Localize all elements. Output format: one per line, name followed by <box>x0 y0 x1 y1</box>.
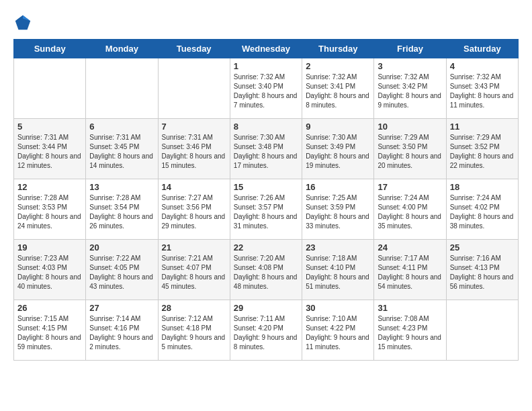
day-number: 2 <box>306 61 370 71</box>
calendar-cell: 7Sunrise: 7:31 AM Sunset: 3:46 PM Daylig… <box>158 119 230 179</box>
day-number: 10 <box>378 122 442 132</box>
day-info: Sunrise: 7:26 AM Sunset: 3:57 PM Dayligh… <box>234 193 298 231</box>
day-number: 3 <box>378 61 442 71</box>
day-header-thursday: Thursday <box>302 40 374 58</box>
day-number: 16 <box>306 182 370 192</box>
day-info: Sunrise: 7:20 AM Sunset: 4:08 PM Dayligh… <box>234 254 298 291</box>
calendar-cell: 26Sunrise: 7:15 AM Sunset: 4:15 PM Dayli… <box>14 300 86 361</box>
day-info: Sunrise: 7:29 AM Sunset: 3:52 PM Dayligh… <box>450 133 515 171</box>
day-info: Sunrise: 7:31 AM Sunset: 3:45 PM Dayligh… <box>89 133 154 171</box>
day-number: 20 <box>89 242 154 253</box>
day-number: 18 <box>450 182 515 192</box>
day-number: 25 <box>450 242 515 253</box>
calendar-cell: 4Sunrise: 7:32 AM Sunset: 3:43 PM Daylig… <box>446 58 518 119</box>
day-info: Sunrise: 7:18 AM Sunset: 4:10 PM Dayligh… <box>306 254 370 291</box>
calendar-cell <box>446 300 518 361</box>
day-number: 9 <box>306 122 370 132</box>
day-info: Sunrise: 7:23 AM Sunset: 4:03 PM Dayligh… <box>17 254 82 291</box>
day-info: Sunrise: 7:17 AM Sunset: 4:11 PM Dayligh… <box>378 254 442 291</box>
logo-icon <box>13 13 32 32</box>
day-info: Sunrise: 7:25 AM Sunset: 3:59 PM Dayligh… <box>306 193 370 231</box>
day-number: 17 <box>378 182 442 192</box>
day-number: 8 <box>234 122 298 132</box>
day-number: 6 <box>89 122 154 132</box>
calendar-cell: 22Sunrise: 7:20 AM Sunset: 4:08 PM Dayli… <box>230 240 302 300</box>
day-number: 13 <box>89 182 154 192</box>
page-header <box>13 13 519 32</box>
day-header-monday: Monday <box>86 40 158 58</box>
day-number: 29 <box>234 303 298 313</box>
week-row-3: 12Sunrise: 7:28 AM Sunset: 3:53 PM Dayli… <box>14 179 519 240</box>
day-number: 28 <box>162 303 226 313</box>
day-number: 12 <box>17 182 82 192</box>
day-info: Sunrise: 7:12 AM Sunset: 4:18 PM Dayligh… <box>162 314 226 352</box>
calendar-cell: 25Sunrise: 7:16 AM Sunset: 4:13 PM Dayli… <box>446 240 518 300</box>
day-info: Sunrise: 7:32 AM Sunset: 3:43 PM Dayligh… <box>450 73 515 110</box>
logo <box>13 13 35 32</box>
calendar-cell: 20Sunrise: 7:22 AM Sunset: 4:05 PM Dayli… <box>86 240 158 300</box>
week-row-2: 5Sunrise: 7:31 AM Sunset: 3:44 PM Daylig… <box>14 119 519 179</box>
calendar-cell <box>86 58 158 119</box>
calendar-cell: 6Sunrise: 7:31 AM Sunset: 3:45 PM Daylig… <box>86 119 158 179</box>
day-info: Sunrise: 7:22 AM Sunset: 4:05 PM Dayligh… <box>89 254 154 291</box>
calendar-cell: 15Sunrise: 7:26 AM Sunset: 3:57 PM Dayli… <box>230 179 302 240</box>
week-row-1: 1Sunrise: 7:32 AM Sunset: 3:40 PM Daylig… <box>14 58 519 119</box>
day-header-wednesday: Wednesday <box>230 40 302 58</box>
day-number: 31 <box>378 303 442 313</box>
day-info: Sunrise: 7:24 AM Sunset: 4:00 PM Dayligh… <box>378 193 442 231</box>
day-info: Sunrise: 7:24 AM Sunset: 4:02 PM Dayligh… <box>450 193 515 231</box>
calendar-cell: 10Sunrise: 7:29 AM Sunset: 3:50 PM Dayli… <box>374 119 446 179</box>
day-number: 26 <box>17 303 82 313</box>
day-number: 15 <box>234 182 298 192</box>
calendar-cell: 23Sunrise: 7:18 AM Sunset: 4:10 PM Dayli… <box>302 240 374 300</box>
day-info: Sunrise: 7:30 AM Sunset: 3:48 PM Dayligh… <box>234 133 298 171</box>
day-number: 14 <box>162 182 226 192</box>
calendar-cell: 1Sunrise: 7:32 AM Sunset: 3:40 PM Daylig… <box>230 58 302 119</box>
day-number: 4 <box>450 61 515 71</box>
day-info: Sunrise: 7:28 AM Sunset: 3:53 PM Dayligh… <box>17 193 82 231</box>
day-number: 24 <box>378 242 442 253</box>
calendar-cell: 28Sunrise: 7:12 AM Sunset: 4:18 PM Dayli… <box>158 300 230 361</box>
calendar-cell: 17Sunrise: 7:24 AM Sunset: 4:00 PM Dayli… <box>374 179 446 240</box>
calendar-cell: 19Sunrise: 7:23 AM Sunset: 4:03 PM Dayli… <box>14 240 86 300</box>
calendar-cell: 5Sunrise: 7:31 AM Sunset: 3:44 PM Daylig… <box>14 119 86 179</box>
day-info: Sunrise: 7:31 AM Sunset: 3:44 PM Dayligh… <box>17 133 82 171</box>
calendar-table: SundayMondayTuesdayWednesdayThursdayFrid… <box>13 39 519 361</box>
calendar-cell: 8Sunrise: 7:30 AM Sunset: 3:48 PM Daylig… <box>230 119 302 179</box>
day-info: Sunrise: 7:11 AM Sunset: 4:20 PM Dayligh… <box>234 314 298 352</box>
day-info: Sunrise: 7:29 AM Sunset: 3:50 PM Dayligh… <box>378 133 442 171</box>
calendar-cell: 21Sunrise: 7:21 AM Sunset: 4:07 PM Dayli… <box>158 240 230 300</box>
calendar-cell: 31Sunrise: 7:08 AM Sunset: 4:23 PM Dayli… <box>374 300 446 361</box>
calendar-cell: 30Sunrise: 7:10 AM Sunset: 4:22 PM Dayli… <box>302 300 374 361</box>
calendar-cell: 3Sunrise: 7:32 AM Sunset: 3:42 PM Daylig… <box>374 58 446 119</box>
day-info: Sunrise: 7:32 AM Sunset: 3:41 PM Dayligh… <box>306 73 370 110</box>
day-header-tuesday: Tuesday <box>158 40 230 58</box>
calendar-cell: 18Sunrise: 7:24 AM Sunset: 4:02 PM Dayli… <box>446 179 518 240</box>
day-header-sunday: Sunday <box>14 40 86 58</box>
day-info: Sunrise: 7:21 AM Sunset: 4:07 PM Dayligh… <box>162 254 226 291</box>
day-info: Sunrise: 7:16 AM Sunset: 4:13 PM Dayligh… <box>450 254 515 291</box>
day-info: Sunrise: 7:32 AM Sunset: 3:42 PM Dayligh… <box>378 73 442 110</box>
day-info: Sunrise: 7:10 AM Sunset: 4:22 PM Dayligh… <box>306 314 370 352</box>
day-number: 27 <box>89 303 154 313</box>
day-header-saturday: Saturday <box>446 40 518 58</box>
day-number: 1 <box>234 61 298 71</box>
calendar-cell: 29Sunrise: 7:11 AM Sunset: 4:20 PM Dayli… <box>230 300 302 361</box>
calendar-cell: 27Sunrise: 7:14 AM Sunset: 4:16 PM Dayli… <box>86 300 158 361</box>
header-row: SundayMondayTuesdayWednesdayThursdayFrid… <box>14 40 519 58</box>
day-info: Sunrise: 7:30 AM Sunset: 3:49 PM Dayligh… <box>306 133 370 171</box>
day-info: Sunrise: 7:27 AM Sunset: 3:56 PM Dayligh… <box>162 193 226 231</box>
day-info: Sunrise: 7:14 AM Sunset: 4:16 PM Dayligh… <box>89 314 154 352</box>
day-number: 7 <box>162 122 226 132</box>
week-row-5: 26Sunrise: 7:15 AM Sunset: 4:15 PM Dayli… <box>14 300 519 361</box>
day-info: Sunrise: 7:15 AM Sunset: 4:15 PM Dayligh… <box>17 314 82 352</box>
calendar-cell: 11Sunrise: 7:29 AM Sunset: 3:52 PM Dayli… <box>446 119 518 179</box>
day-info: Sunrise: 7:28 AM Sunset: 3:54 PM Dayligh… <box>89 193 154 231</box>
calendar-cell: 14Sunrise: 7:27 AM Sunset: 3:56 PM Dayli… <box>158 179 230 240</box>
calendar-cell <box>158 58 230 119</box>
day-info: Sunrise: 7:32 AM Sunset: 3:40 PM Dayligh… <box>234 73 298 110</box>
calendar-cell: 16Sunrise: 7:25 AM Sunset: 3:59 PM Dayli… <box>302 179 374 240</box>
calendar-cell <box>14 58 86 119</box>
day-number: 19 <box>17 242 82 253</box>
day-number: 30 <box>306 303 370 313</box>
